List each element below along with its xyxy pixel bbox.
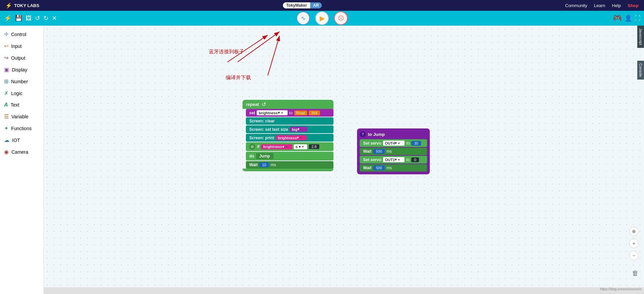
sidebar-label-number: Number <box>11 79 28 84</box>
if-label: if <box>257 144 259 149</box>
screen-textsize-label: Screen: set text size <box>249 127 288 132</box>
toolbar-icons: ⚡ 💾 🖼 ↺ ↻ ✕ <box>4 14 57 22</box>
le-select[interactable]: ≤ ▾ <box>294 144 307 149</box>
wait-block[interactable]: Wait 10 ms <box>246 161 333 169</box>
logo-icon: ⚡ <box>5 2 12 9</box>
out1-select[interactable]: OUT1 ▾ <box>383 157 405 162</box>
wait-label-func2: Wait <box>363 166 372 170</box>
ms-label-func1: ms <box>386 149 392 154</box>
sidebar-item-control[interactable]: ✛ Control <box>0 28 43 40</box>
sidebar-label-iot: IOT <box>12 138 20 143</box>
screen-print-label: Screen: print <box>249 136 274 140</box>
do-block[interactable]: do Jump <box>246 152 333 160</box>
set-servo-label-2: Set servo <box>363 157 381 162</box>
zoom-in-button[interactable]: + <box>629 239 639 248</box>
sidebar-item-display[interactable]: ▣ Display <box>0 64 43 76</box>
console-tab[interactable]: Console <box>637 61 644 80</box>
sidebar-label-variable: Variable <box>11 114 28 119</box>
repeat-block-header[interactable]: repeat ↺ <box>243 100 333 109</box>
brightness-select-3[interactable]: brightness ▾ <box>261 144 292 149</box>
logo-text: TOKY LABS <box>14 3 39 8</box>
sidebar-item-output[interactable]: ↪ Output <box>0 52 43 64</box>
logic-icon: ✗ <box>4 90 8 96</box>
wait-500-block-2[interactable]: Wait 500 ms <box>360 164 427 172</box>
wait-500-block-1[interactable]: Wait 500 ms <box>360 148 427 155</box>
number-icon: ⊞ <box>4 78 8 85</box>
set-servo-label-1: Set servo <box>363 141 381 146</box>
zoom-out-icon: − <box>633 253 635 258</box>
sidebar-item-functions[interactable]: ✦ Functions <box>0 122 43 134</box>
big-select[interactable]: big ▾ <box>290 127 307 132</box>
crosshair-button[interactable]: ⊕ <box>629 227 639 236</box>
val-500-1: 500 <box>373 149 385 154</box>
sidebar-item-camera[interactable]: ◉ Camera <box>0 146 43 158</box>
sidebar-item-iot[interactable]: ☁ IOT <box>0 134 43 146</box>
ms-label-func2: ms <box>386 166 392 170</box>
shop-link[interactable]: Shop <box>628 3 639 8</box>
read-tag: Read <box>294 111 307 115</box>
canvas-area[interactable]: 蓝牙连接到板子 编译并下载 repeat ↺ set brightness ▾ … <box>44 26 644 287</box>
sidebar-label-logic: Logic <box>11 91 22 96</box>
toolbar: ⚡ 💾 🖼 ↺ ↻ ✕ ∿ ☹ 🎮 👤 ⛶ <box>0 11 644 26</box>
screen-clear-block[interactable]: Screen: clear <box>246 117 333 125</box>
set-brightness-block[interactable]: set brightness ▾ to Read IN4 <box>246 109 333 117</box>
learn-link[interactable]: Learn <box>594 3 605 8</box>
input-icon: ↩ <box>4 43 8 49</box>
compile-annotation: 编译并下载 <box>226 75 251 81</box>
new-file-icon[interactable]: ⚡ <box>4 14 11 22</box>
zoom-in-icon: + <box>633 241 635 246</box>
brightness-select-1[interactable]: brightness ▾ <box>257 110 287 115</box>
upload-icon[interactable]: 🖼 <box>26 15 32 22</box>
sidebar-item-variable[interactable]: ☰ Variable <box>0 111 43 122</box>
undo-button[interactable]: ↺ <box>35 14 40 22</box>
compile-label: 编译并下载 <box>226 75 251 80</box>
jump-button[interactable]: Jump <box>256 153 273 159</box>
trash-button[interactable]: 🗑 <box>632 269 639 277</box>
screen-print-block[interactable]: Screen: print brightness ▾ <box>246 134 333 142</box>
bluetooth-button[interactable]: ∿ <box>296 11 310 25</box>
sidebar: ✛ Control ↩ Input ↪ Output ▣ Display ⊞ N… <box>0 26 44 294</box>
wait-label-func1: Wait <box>363 149 372 154</box>
sidebar-item-input[interactable]: ↩ Input <box>0 40 43 52</box>
sidebar-item-logic[interactable]: ✗ Logic <box>0 87 43 99</box>
variable-icon: ☰ <box>4 113 9 120</box>
sidebar-label-display: Display <box>12 67 27 72</box>
if-block[interactable]: ⚙ if brightness ▾ ≤ ▾ 2.8 <box>246 142 333 151</box>
sidebar-item-number[interactable]: ⊞ Number <box>0 76 43 87</box>
logo: ⚡ TOKY LABS <box>5 2 39 9</box>
functions-icon: ✦ <box>4 125 8 131</box>
sidebar-label-input: Input <box>11 43 22 49</box>
set-servo-out4-block[interactable]: Set servo OUT4 ▾ to 30 <box>360 139 427 147</box>
screen-textsize-block[interactable]: Screen: set text size big ▾ <box>246 125 333 133</box>
javascript-tab-label: Javascript <box>639 28 643 45</box>
if-gear-icon: ⚙ <box>249 144 255 150</box>
val-500-2: 500 <box>373 166 385 170</box>
sidebar-label-output: Output <box>11 55 25 61</box>
repeat-label: repeat <box>246 102 259 107</box>
out4-select[interactable]: OUT4 ▾ <box>383 141 405 146</box>
sidebar-item-text[interactable]: A Text <box>0 99 43 111</box>
sidebar-label-camera: Camera <box>11 149 28 155</box>
to-jump-label: to Jump <box>368 132 385 137</box>
set-servo-out1-block[interactable]: Set servo OUT1 ▾ to 0 <box>360 156 427 164</box>
ar-label: AR <box>310 2 321 8</box>
to-label-1: to <box>289 111 293 115</box>
play-button[interactable] <box>315 11 329 25</box>
user-icon[interactable]: 👤 <box>624 14 632 22</box>
to-label-func1: to <box>406 141 410 146</box>
javascript-tab[interactable]: Javascript <box>637 26 644 48</box>
save-icon[interactable]: 💾 <box>15 14 22 22</box>
expand-icon[interactable]: ⛶ <box>635 15 641 22</box>
stop-button[interactable]: ☹ <box>334 11 348 25</box>
brightness-select-2[interactable]: brightness ▾ <box>276 135 307 140</box>
func-question-icon: ? <box>360 131 366 137</box>
zoom-out-button[interactable]: − <box>629 251 639 260</box>
center-controls: ∿ ☹ <box>296 11 348 25</box>
val-2-8: 2.8 <box>309 144 319 149</box>
redo-button[interactable]: ↻ <box>43 14 49 22</box>
help-link[interactable]: Help <box>612 3 621 8</box>
app-badge: TokyMaker AR <box>283 2 322 8</box>
community-link[interactable]: Community <box>565 3 587 8</box>
close-button[interactable]: ✕ <box>52 14 57 22</box>
gamepad-icon[interactable]: 🎮 <box>613 14 622 23</box>
